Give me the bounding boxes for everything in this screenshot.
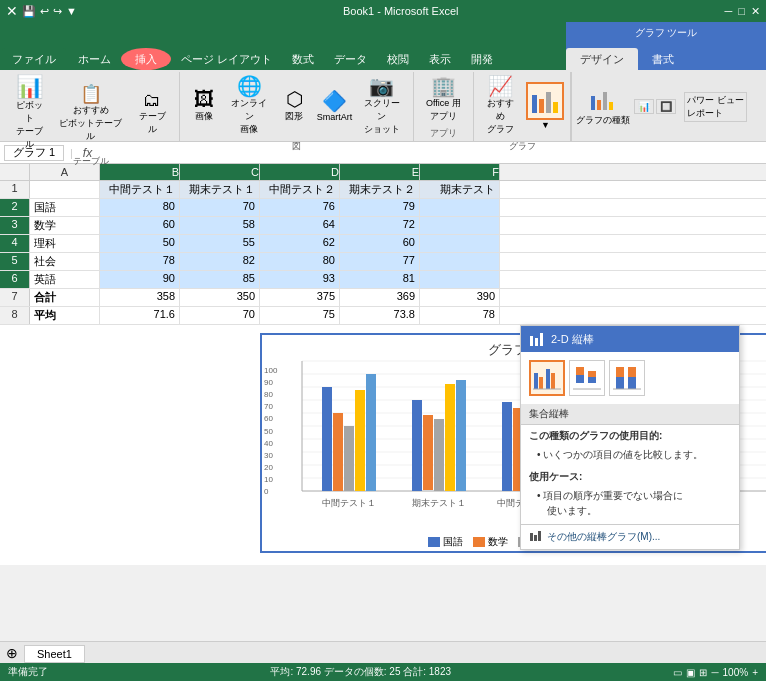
tab-file[interactable]: ファイル <box>2 48 66 70</box>
svg-rect-26 <box>423 415 433 490</box>
cell-d8[interactable]: 75 <box>260 307 340 324</box>
tab-formula[interactable]: 数式 <box>282 48 324 70</box>
cell-c4[interactable]: 55 <box>180 235 260 252</box>
cell-f8[interactable]: 78 <box>420 307 500 324</box>
cell-a5[interactable]: 社会 <box>30 253 100 270</box>
page-layout-btn[interactable]: ▣ <box>686 667 695 678</box>
cell-d3[interactable]: 64 <box>260 217 340 234</box>
minimize-icon[interactable]: ─ <box>725 5 733 18</box>
zoom-out-btn[interactable]: ─ <box>711 667 718 678</box>
cell-b6[interactable]: 90 <box>100 271 180 288</box>
cell-c1[interactable]: 期末テスト１ <box>180 181 260 198</box>
maximize-icon[interactable]: □ <box>738 5 745 18</box>
cell-d4[interactable]: 62 <box>260 235 340 252</box>
popup-100pct-column-btn[interactable] <box>609 360 645 396</box>
recommended-pivot-btn[interactable]: 📋 おすすめピボットテーブル <box>52 83 129 145</box>
bar-chart-btn[interactable] <box>526 82 564 120</box>
table-btn[interactable]: 🗂 テーブル <box>131 89 173 138</box>
cell-f7[interactable]: 390 <box>420 289 500 306</box>
normal-view-btn[interactable]: ▭ <box>673 667 682 678</box>
save-icon[interactable]: 💾 <box>22 5 36 18</box>
cell-c5[interactable]: 82 <box>180 253 260 270</box>
cell-b3[interactable]: 60 <box>100 217 180 234</box>
svg-rect-21 <box>333 413 343 491</box>
tab-view[interactable]: 表示 <box>419 48 461 70</box>
sheet-tab-1[interactable]: Sheet1 <box>24 645 85 663</box>
cell-f3[interactable] <box>420 217 500 234</box>
cell-c7[interactable]: 350 <box>180 289 260 306</box>
cell-f4[interactable] <box>420 235 500 252</box>
cell-a4[interactable]: 理科 <box>30 235 100 252</box>
svg-rect-59 <box>576 367 584 375</box>
formula-input[interactable] <box>100 147 762 159</box>
cell-f1[interactable]: 期末テスト <box>420 181 500 198</box>
cell-e5[interactable]: 77 <box>340 253 420 270</box>
cell-f6[interactable] <box>420 271 500 288</box>
cell-a1[interactable] <box>30 181 100 198</box>
cell-b5[interactable]: 78 <box>100 253 180 270</box>
cell-f5[interactable] <box>420 253 500 270</box>
cell-d6[interactable]: 93 <box>260 271 340 288</box>
page-break-btn[interactable]: ⊞ <box>699 667 707 678</box>
table-group-label: テーブル <box>73 155 109 168</box>
shapes-btn[interactable]: ⬡ 図形 <box>276 87 312 125</box>
cell-b8[interactable]: 71.6 <box>100 307 180 324</box>
cell-b4[interactable]: 50 <box>100 235 180 252</box>
cell-a7[interactable]: 合計 <box>30 289 100 306</box>
tab-format[interactable]: 書式 <box>638 48 688 70</box>
cell-c3[interactable]: 58 <box>180 217 260 234</box>
cell-c2[interactable]: 70 <box>180 199 260 216</box>
cell-f2[interactable] <box>420 199 500 216</box>
tab-page-layout[interactable]: ページ レイアウト <box>171 48 282 70</box>
zoom-in-btn[interactable]: + <box>752 667 758 678</box>
more-icon[interactable]: ▼ <box>66 5 77 18</box>
image-btn[interactable]: 🖼 画像 <box>186 87 222 125</box>
cell-a8[interactable]: 平均 <box>30 307 100 324</box>
undo-icon[interactable]: ↩ <box>40 5 49 18</box>
cell-c8[interactable]: 70 <box>180 307 260 324</box>
more-chart-icon <box>529 529 543 543</box>
chart-data-btn[interactable]: 📊 <box>634 99 654 114</box>
tab-data[interactable]: データ <box>324 48 377 70</box>
cell-e1[interactable]: 期末テスト２ <box>340 181 420 198</box>
cell-a6[interactable]: 英語 <box>30 271 100 288</box>
popup-more-link[interactable]: その他の縦棒グラフ(M)... <box>521 524 739 549</box>
cell-e4[interactable]: 60 <box>340 235 420 252</box>
cell-e3[interactable]: 72 <box>340 217 420 234</box>
online-image-btn[interactable]: 🌐 オンライン画像 <box>224 74 274 138</box>
chart-type-btn[interactable]: グラフの種類 <box>576 86 630 127</box>
smartart-btn[interactable]: 🔷 SmartArt <box>314 89 355 124</box>
svg-rect-58 <box>576 375 584 383</box>
tab-home[interactable]: ホーム <box>68 48 121 70</box>
tab-dev[interactable]: 開発 <box>461 48 503 70</box>
cell-d2[interactable]: 76 <box>260 199 340 216</box>
cell-d7[interactable]: 375 <box>260 289 340 306</box>
chart-layout-btn[interactable]: 🔲 <box>656 99 676 114</box>
cell-b2[interactable]: 80 <box>100 199 180 216</box>
screenshot-btn[interactable]: 📷 スクリーンショット <box>357 74 407 138</box>
cell-a2[interactable]: 国語 <box>30 199 100 216</box>
cell-e7[interactable]: 369 <box>340 289 420 306</box>
cell-c6[interactable]: 85 <box>180 271 260 288</box>
cell-d1[interactable]: 中間テスト２ <box>260 181 340 198</box>
cell-e2[interactable]: 79 <box>340 199 420 216</box>
cell-b1[interactable]: 中間テスト１ <box>100 181 180 198</box>
tab-insert[interactable]: 挿入 <box>121 48 171 70</box>
close-icon[interactable]: ✕ <box>751 5 760 18</box>
cell-d5[interactable]: 80 <box>260 253 340 270</box>
cell-e8[interactable]: 73.8 <box>340 307 420 324</box>
office-app-btn[interactable]: 🏢 Office 用アプリ <box>422 74 465 125</box>
cell-a3[interactable]: 数学 <box>30 217 100 234</box>
popup-stacked-column-btn[interactable] <box>569 360 605 396</box>
cell-b7[interactable]: 358 <box>100 289 180 306</box>
tab-design[interactable]: デザイン <box>566 48 638 70</box>
cell-e6[interactable]: 81 <box>340 271 420 288</box>
svg-rect-55 <box>546 369 550 389</box>
pivot-table-btn[interactable]: 📊 ピボットテーブル <box>8 74 50 153</box>
power-view-btn[interactable]: パワー ビューレポート <box>684 92 747 122</box>
add-sheet-btn[interactable]: ⊕ <box>0 643 24 663</box>
recommended-chart-btn[interactable]: 📈 おすすめグラフ <box>480 74 521 138</box>
redo-icon[interactable]: ↪ <box>53 5 62 18</box>
tab-review[interactable]: 校閲 <box>377 48 419 70</box>
popup-clustered-column-btn[interactable] <box>529 360 565 396</box>
